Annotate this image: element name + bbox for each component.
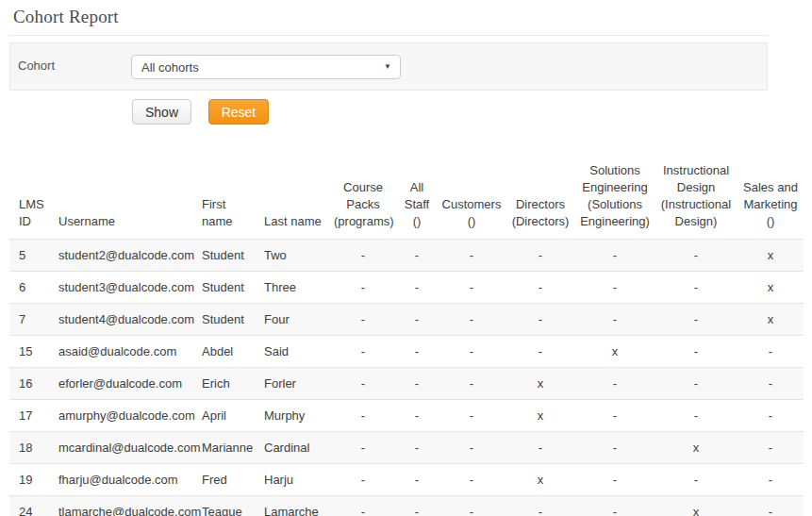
cell-solutions_engineering: - [575,496,655,516]
column-header-username: Username [55,157,198,240]
cell-first_name: Erich [198,368,260,400]
cell-solutions_engineering: x [575,336,655,368]
cell-customers: - [438,432,505,464]
cell-course_packs: - [330,496,396,516]
column-header-customers: Customers () [438,157,505,240]
table-row: 15asaid@dualcode.comAbdelSaid----x-- [9,336,804,368]
form-actions: Show Reset [132,99,812,125]
cell-course_packs: - [330,272,396,304]
cell-username: amurphy@dualcode.com [55,400,198,432]
cell-directors: - [505,432,575,464]
cell-customers: - [438,304,505,336]
cell-all_staff: - [396,304,438,336]
cell-first_name: April [198,400,260,432]
cell-course_packs: - [330,304,396,336]
cohort-select-value: All cohorts [141,60,199,75]
cell-username: eforler@dualcode.com [55,368,198,400]
cell-lms_id: 19 [9,464,55,496]
cell-course_packs: - [330,368,396,400]
cell-solutions_engineering: - [575,272,655,304]
table-header-row: LMS IDUsernameFirst nameLast nameCourse … [9,157,804,240]
cell-all_staff: - [396,240,438,272]
cell-username: fharju@dualcode.com [55,464,198,496]
cell-lms_id: 7 [9,304,55,336]
cell-last_name: Two [260,240,330,272]
table-row: 18mcardinal@dualcode.comMarianneCardinal… [9,432,804,464]
cell-solutions_engineering: - [575,464,655,496]
reset-button[interactable]: Reset [208,99,270,125]
cohort-label: Cohort [18,58,55,73]
cell-lms_id: 18 [9,432,55,464]
cell-last_name: Harju [260,464,330,496]
cell-directors: - [505,496,575,516]
table-row: 17amurphy@dualcode.comAprilMurphy---x--- [9,400,804,432]
cell-username: asaid@dualcode.com [55,336,198,368]
column-header-first_name: First name [198,157,260,240]
cohort-report-table: LMS IDUsernameFirst nameLast nameCourse … [9,157,804,516]
page-title: Cohort Report [9,0,768,35]
cell-all_staff: - [396,432,438,464]
cell-first_name: Student [198,272,260,304]
cohort-report-page: Cohort Report Cohort All cohorts ▼ Show … [0,0,812,516]
column-header-all_staff: All Staff () [396,157,438,240]
column-header-directors: Directors (Directors) [505,157,575,240]
cell-solutions_engineering: - [575,400,655,432]
table-row: 6student3@dualcode.comStudentThree------… [9,272,804,304]
cell-lms_id: 6 [9,272,55,304]
cell-first_name: Fred [198,464,260,496]
cell-sales_and_marketing: - [737,336,804,368]
cohort-select[interactable]: All cohorts ▼ [131,55,401,79]
cell-sales_and_marketing: - [737,400,804,432]
page-header: Cohort Report [9,0,768,36]
column-header-lms_id: LMS ID [9,157,55,240]
column-header-solutions_engineering: Solutions Engineering (Solutions Enginee… [575,157,655,240]
cell-sales_and_marketing: - [737,496,804,516]
cell-sales_and_marketing: - [737,464,804,496]
cohort-filter-panel: Cohort All cohorts ▼ [9,42,768,91]
cell-first_name: Marianne [198,432,260,464]
cell-instructional_design: - [655,368,737,400]
column-header-instructional_design: Instructional Design (Instructional Desi… [655,157,737,240]
cell-sales_and_marketing: - [737,432,804,464]
show-button[interactable]: Show [132,99,191,125]
cell-first_name: Abdel [198,336,260,368]
cell-solutions_engineering: - [575,304,655,336]
cell-directors: x [505,368,575,400]
cell-directors: - [505,272,575,304]
cell-course_packs: - [330,336,396,368]
cell-instructional_design: - [655,336,737,368]
cell-solutions_engineering: - [575,432,655,464]
cell-last_name: Four [260,304,330,336]
cell-course_packs: - [330,400,396,432]
cell-first_name: Teague [198,496,260,516]
cell-customers: - [438,464,505,496]
cell-username: student4@dualcode.com [55,304,198,336]
cell-instructional_design: x [655,496,737,516]
cell-instructional_design: - [655,304,737,336]
cell-last_name: Murphy [260,400,330,432]
cell-sales_and_marketing: - [737,368,804,400]
cell-all_staff: - [396,464,438,496]
cell-course_packs: - [330,240,396,272]
cell-directors: x [505,464,575,496]
table-row: 19fharju@dualcode.comFredHarju---x--- [9,464,804,496]
cell-course_packs: - [330,432,396,464]
cell-instructional_design: - [655,240,737,272]
cell-customers: - [438,336,505,368]
cell-all_staff: - [396,272,438,304]
cell-sales_and_marketing: x [737,272,804,304]
cell-instructional_design: - [655,464,737,496]
cell-last_name: Lamarche [260,496,330,516]
cell-directors: - [505,304,575,336]
cell-username: mcardinal@dualcode.com [55,432,198,464]
cell-username: student3@dualcode.com [55,272,198,304]
cell-last_name: Forler [260,368,330,400]
cell-customers: - [438,240,505,272]
cell-username: tlamarche@dualcode.com [55,496,198,516]
cell-lms_id: 5 [9,240,55,272]
cell-customers: - [438,400,505,432]
cell-lms_id: 24 [9,496,55,516]
table-row: 7student4@dualcode.comStudentFour------x [9,304,804,336]
table-row: 24tlamarche@dualcode.comTeagueLamarche--… [9,496,804,516]
cell-customers: - [438,368,505,400]
